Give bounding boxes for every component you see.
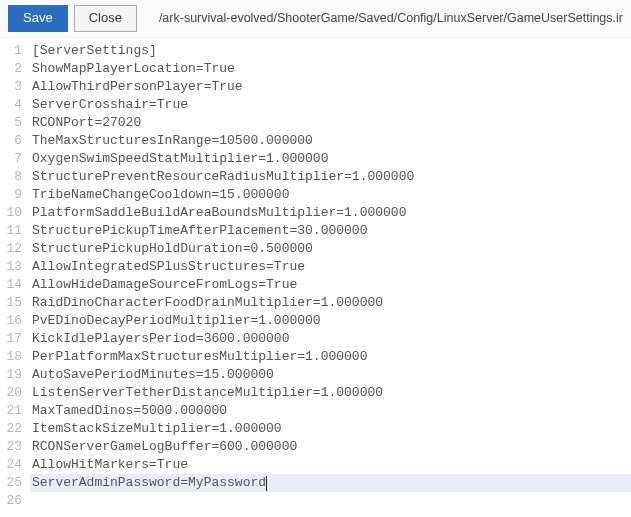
line-number: 18 xyxy=(0,348,22,366)
line-number: 14 xyxy=(0,276,22,294)
line-number: 20 xyxy=(0,384,22,402)
line-number: 9 xyxy=(0,186,22,204)
code-line[interactable]: StructurePickupHoldDuration=0.500000 xyxy=(30,240,631,258)
line-number: 26 xyxy=(0,492,22,510)
code-line[interactable]: RCONServerGameLogBuffer=600.000000 xyxy=(30,438,631,456)
code-line[interactable]: TheMaxStructuresInRange=10500.000000 xyxy=(30,132,631,150)
code-line[interactable]: ListenServerTetherDistanceMultiplier=1.0… xyxy=(30,384,631,402)
code-line[interactable]: ServerCrosshair=True xyxy=(30,96,631,114)
code-line[interactable]: AllowThirdPersonPlayer=True xyxy=(30,78,631,96)
code-line[interactable]: ItemStackSizeMultiplier=1.000000 xyxy=(30,420,631,438)
code-line[interactable]: AutoSavePeriodMinutes=15.000000 xyxy=(30,366,631,384)
line-number: 3 xyxy=(0,78,22,96)
code-line[interactable]: PvEDinoDecayPeriodMultiplier=1.000000 xyxy=(30,312,631,330)
line-number: 25 xyxy=(0,474,22,492)
file-path: /ark-survival-evolved/ShooterGame/Saved/… xyxy=(159,11,623,25)
code-line[interactable]: PlatformSaddleBuildAreaBoundsMultiplier=… xyxy=(30,204,631,222)
line-number: 4 xyxy=(0,96,22,114)
line-number: 7 xyxy=(0,150,22,168)
line-number: 6 xyxy=(0,132,22,150)
line-number: 22 xyxy=(0,420,22,438)
line-number: 5 xyxy=(0,114,22,132)
code-line[interactable]: AllowHitMarkers=True xyxy=(30,456,631,474)
line-number: 15 xyxy=(0,294,22,312)
line-number: 21 xyxy=(0,402,22,420)
code-line[interactable] xyxy=(30,492,631,510)
line-number: 23 xyxy=(0,438,22,456)
line-number: 1 xyxy=(0,42,22,60)
line-number: 2 xyxy=(0,60,22,78)
code-line[interactable]: [ServerSettings] xyxy=(30,42,631,60)
code-content[interactable]: [ServerSettings]ShowMapPlayerLocation=Tr… xyxy=(30,42,631,510)
line-number: 8 xyxy=(0,168,22,186)
code-line[interactable]: MaxTamedDinos=5000.000000 xyxy=(30,402,631,420)
code-line[interactable]: RCONPort=27020 xyxy=(30,114,631,132)
code-line[interactable]: RaidDinoCharacterFoodDrainMultiplier=1.0… xyxy=(30,294,631,312)
code-line[interactable]: StructurePickupTimeAfterPlacement=30.000… xyxy=(30,222,631,240)
code-editor[interactable]: 1234567891011121314151617181920212223242… xyxy=(0,38,631,510)
code-line[interactable]: ShowMapPlayerLocation=True xyxy=(30,60,631,78)
code-line[interactable]: KickIdlePlayersPeriod=3600.000000 xyxy=(30,330,631,348)
line-number: 13 xyxy=(0,258,22,276)
text-cursor xyxy=(266,476,267,491)
line-number-gutter: 1234567891011121314151617181920212223242… xyxy=(0,42,30,510)
line-number: 10 xyxy=(0,204,22,222)
code-line[interactable]: PerPlatformMaxStructuresMultiplier=1.000… xyxy=(30,348,631,366)
line-number: 17 xyxy=(0,330,22,348)
code-line[interactable]: TribeNameChangeCooldown=15.000000 xyxy=(30,186,631,204)
code-line[interactable]: AllowIntegratedSPlusStructures=True xyxy=(30,258,631,276)
line-number: 19 xyxy=(0,366,22,384)
line-number: 11 xyxy=(0,222,22,240)
line-number: 16 xyxy=(0,312,22,330)
code-line[interactable]: OxygenSwimSpeedStatMultiplier=1.000000 xyxy=(30,150,631,168)
editor-toolbar: Save Close /ark-survival-evolved/Shooter… xyxy=(0,0,631,38)
close-button[interactable]: Close xyxy=(74,5,137,32)
line-number: 12 xyxy=(0,240,22,258)
code-line[interactable]: AllowHideDamageSourceFromLogs=True xyxy=(30,276,631,294)
code-line[interactable]: ServerAdminPassword=MyPassword xyxy=(30,474,631,492)
save-button[interactable]: Save xyxy=(8,5,68,32)
line-number: 24 xyxy=(0,456,22,474)
code-line[interactable]: StructurePreventResourceRadiusMultiplier… xyxy=(30,168,631,186)
